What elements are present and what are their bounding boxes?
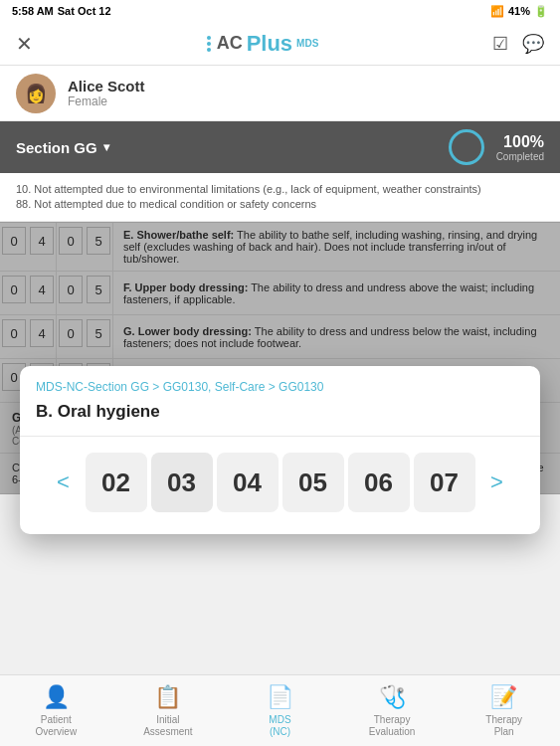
picker-right-arrow[interactable]: > <box>479 458 515 507</box>
logo-ac-text: AC <box>217 33 243 54</box>
patient-overview-label: PatientOverview <box>35 714 77 738</box>
picker-number[interactable]: 06 <box>348 453 410 512</box>
user-name: Alice Scott <box>68 78 145 94</box>
initial-assessment-label: InitialAssesment <box>143 714 192 738</box>
logo-dots-icon <box>207 36 211 52</box>
progress-text: 100% Completed <box>496 133 544 162</box>
progress-circle <box>449 129 484 165</box>
progress-pct: 100% <box>496 133 544 151</box>
picker-number[interactable]: 04 <box>217 453 279 512</box>
section-gg-dropdown-icon: ▾ <box>103 140 109 154</box>
modal-breadcrumb: MDS-NC-Section GG > GG0130, Self-Care > … <box>20 366 540 398</box>
mds-label: MDS(NC) <box>269 714 290 738</box>
modal: MDS-NC-Section GG > GG0130, Self-Care > … <box>20 366 540 534</box>
status-day: Sat Oct 12 <box>58 5 111 17</box>
battery-text: 41% <box>508 5 530 17</box>
battery-icon: 🔋 <box>534 5 548 18</box>
note-2: 88. Not attempted due to medical conditi… <box>16 198 544 210</box>
top-nav-icons: ☑ 💬 <box>492 33 544 55</box>
therapy-plan-label: TherapyPlan <box>485 714 522 738</box>
therapy-evaluation-label: TherapyEvaluation <box>369 714 416 738</box>
picker-number[interactable]: 05 <box>282 453 344 512</box>
mds-icon: 📄 <box>267 684 293 710</box>
logo-plus-text: Plus <box>247 31 292 57</box>
logo-mds-text: MDS <box>296 38 318 49</box>
modal-divider <box>20 436 540 437</box>
initial-assessment-icon: 📋 <box>154 684 181 710</box>
close-button[interactable]: ✕ <box>16 32 33 56</box>
picker-number[interactable]: 07 <box>414 453 475 512</box>
notes-area: 10. Not attempted due to environmental l… <box>0 173 560 222</box>
tab-mds[interactable]: 📄 MDS(NC) <box>224 675 336 746</box>
app-logo: ACPlus MDS <box>207 31 319 57</box>
progress-label: Completed <box>496 151 544 162</box>
wifi-icon: 📶 <box>490 5 504 18</box>
user-bar: 👩 Alice Scott Female <box>0 66 560 121</box>
picker-number[interactable]: 03 <box>151 453 213 512</box>
tab-initial-assessment[interactable]: 📋 InitialAssesment <box>112 675 225 746</box>
status-bar: 5:58 AM Sat Oct 12 📶 41% 🔋 <box>0 0 560 22</box>
section-gg-text: Section GG <box>16 139 97 156</box>
tab-therapy-evaluation[interactable]: 🩺 TherapyEvaluation <box>336 675 449 746</box>
section-progress: 100% Completed <box>449 129 544 165</box>
avatar-image: 👩 <box>25 83 47 104</box>
avatar: 👩 <box>16 74 56 113</box>
picker-number[interactable]: 02 <box>86 453 147 512</box>
checklist-icon[interactable]: ☑ <box>492 33 508 55</box>
patient-overview-icon: 👤 <box>43 684 70 710</box>
section-gg-label[interactable]: Section GG ▾ <box>16 139 109 156</box>
therapy-evaluation-icon: 🩺 <box>379 684 406 710</box>
section-gg-bar: Section GG ▾ 100% Completed <box>0 121 560 173</box>
therapy-plan-icon: 📝 <box>490 684 517 710</box>
number-picker: < 020304050607 > <box>20 447 540 518</box>
user-info: Alice Scott Female <box>68 78 145 108</box>
note-1: 10. Not attempted due to environmental l… <box>16 183 544 195</box>
status-time: 5:58 AM <box>12 5 54 17</box>
modal-title: B. Oral hygiene <box>20 398 540 436</box>
top-nav: ✕ ACPlus MDS ☑ 💬 <box>0 22 560 66</box>
main-content: 0 4 0 5 E. Shower/bathe self: The abilit… <box>0 222 560 494</box>
tab-patient-overview[interactable]: 👤 PatientOverview <box>0 675 112 746</box>
user-gender: Female <box>68 94 145 108</box>
tab-therapy-plan[interactable]: 📝 TherapyPlan <box>448 675 560 746</box>
picker-left-arrow[interactable]: < <box>46 458 82 507</box>
message-icon[interactable]: 💬 <box>522 33 544 55</box>
bottom-tab-bar: 👤 PatientOverview 📋 InitialAssesment 📄 M… <box>0 674 560 746</box>
